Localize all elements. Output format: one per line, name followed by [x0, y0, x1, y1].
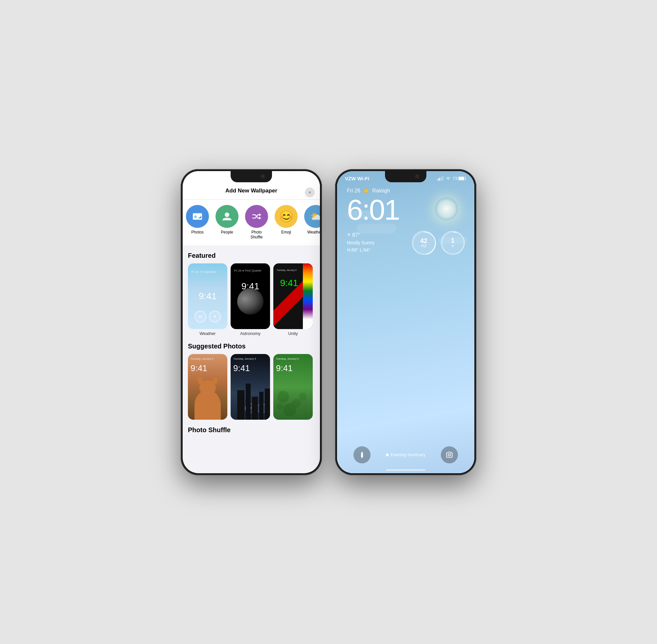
notification-dot	[386, 454, 389, 456]
city-buildings	[231, 384, 270, 420]
cloud-1	[347, 210, 373, 219]
lockscreen-date-weather: Fri 26 ☀️ Raleigh	[347, 188, 465, 194]
weather-widget: ☀ 87° Mostly Sunny H:89° L:64°	[347, 231, 375, 254]
nature-thumbnail: Tuesday, January 9 9:41	[273, 354, 313, 420]
home-indicator	[386, 469, 425, 470]
emoji-type-label: Emoji	[281, 230, 291, 235]
photos-icon-circle	[186, 205, 209, 228]
status-icons: 73	[437, 176, 467, 181]
uv-sun-icon: ☀	[451, 244, 455, 248]
close-button[interactable]: ×	[305, 187, 315, 198]
people-icon-circle	[216, 205, 239, 228]
sun-decoration	[435, 198, 458, 220]
astronomy-thumb-label: Astronomy	[240, 331, 260, 336]
right-phone-screen: VZW Wi-Fi	[337, 171, 474, 473]
city-thumb-time: 9:41	[233, 363, 250, 373]
circle-widgets: 42 AQI 1 ☀	[412, 231, 465, 254]
svg-point-9	[277, 403, 283, 410]
front-camera	[261, 175, 265, 178]
wallpaper-picker-screen: Add New Wallpaper ×	[183, 171, 320, 473]
featured-section-header: Featured	[183, 245, 320, 263]
people-icon	[221, 210, 233, 222]
lockscreen: VZW Wi-Fi	[337, 171, 474, 473]
aqi-circle-border	[412, 231, 437, 256]
uv-widget: 1 ☀	[441, 231, 465, 254]
featured-weather-item[interactable]: Fri 26 ☀ Cupertino 9:41 42 ☀ Weather	[188, 263, 227, 336]
suggested-nature-item[interactable]: Tuesday, January 9 9:41	[273, 354, 313, 420]
suggested-city-item[interactable]: Tuesday, January 9 9:41 72 ⊙	[231, 354, 270, 420]
notification-text: Evening Summary	[391, 452, 425, 457]
weather-thumbnail: Fri 26 ☀ Cupertino 9:41 42 ☀	[188, 263, 227, 329]
people-type-label: People	[221, 230, 233, 235]
shuffle-type-label: PhotoShuffle	[250, 230, 263, 240]
uv-circle-border	[441, 231, 466, 256]
lockscreen-city: Raleigh	[372, 188, 390, 194]
lockscreen-date: Fri 26	[347, 188, 360, 194]
svg-rect-10	[437, 179, 438, 181]
astronomy-moon	[237, 288, 264, 315]
right-phone: VZW Wi-Fi	[335, 169, 476, 475]
svg-rect-15	[459, 177, 464, 180]
weather-thumb-time: 9:41	[199, 291, 217, 301]
close-icon: ×	[309, 190, 311, 195]
camera-button[interactable]	[441, 446, 458, 463]
shuffle-icon	[251, 210, 263, 222]
weather-thumb-widgets: 42 ☀	[195, 311, 221, 322]
svg-rect-11	[439, 178, 440, 181]
photo-shuffle-section-header: Photo Shuffle	[183, 420, 320, 438]
wallpaper-type-emoji[interactable]: 😊 Emoji	[271, 205, 301, 240]
astronomy-thumbnail: Fri 26 ● First Quarter 9:41	[231, 263, 270, 329]
torch-icon	[358, 451, 366, 458]
featured-unity-item[interactable]: Tuesday, January 9 9:41 Unity	[273, 263, 313, 336]
cloud-2	[357, 224, 396, 233]
cat-thumb-date: Tuesday, January 9	[190, 357, 213, 360]
aqi-mini-widget: 42	[195, 311, 206, 322]
aqi-label: AQI	[421, 244, 426, 248]
cat-thumb-time: 9:41	[190, 363, 207, 373]
aqi-widget: 42 AQI	[412, 231, 436, 254]
uv-mini-widget: ☀	[209, 311, 221, 322]
wallpaper-header-title: Add New Wallpaper	[225, 187, 277, 194]
wallpaper-content[interactable]: Photos People	[183, 200, 320, 473]
featured-astronomy-item[interactable]: Fri 26 ● First Quarter 9:41 Astronomy	[231, 263, 270, 336]
unity-rainbow	[303, 263, 313, 329]
right-front-camera	[415, 175, 419, 178]
wallpaper-types-row: Photos People	[183, 200, 320, 245]
cat-figure	[193, 384, 222, 420]
left-phone: Add New Wallpaper ×	[181, 169, 322, 475]
weather-sun-icon: ☀	[347, 232, 351, 238]
wallpaper-type-shuffle[interactable]: PhotoShuffle	[242, 205, 271, 240]
lockscreen-widgets: ☀ 87° Mostly Sunny H:89° L:64° 42 AQ	[337, 231, 474, 254]
signal-icon	[437, 176, 444, 181]
weather-thumb-location: Fri 26 ☀ Cupertino	[191, 270, 216, 274]
battery-indicator: 73	[453, 176, 467, 181]
suggested-section-header: Suggested Photos	[183, 336, 320, 354]
cat-thumbnail: Tuesday, January 9 9:41	[188, 354, 227, 420]
city-thumbnail: Tuesday, January 9 9:41 72 ⊙	[231, 354, 270, 420]
weather-desc-display: Mostly Sunny	[347, 239, 375, 246]
left-phone-screen: Add New Wallpaper ×	[183, 171, 320, 473]
carrier-label: VZW Wi-Fi	[345, 176, 369, 181]
wallpaper-type-people[interactable]: People	[212, 205, 242, 240]
wallpaper-type-photos[interactable]: Photos	[183, 205, 212, 240]
suggested-cat-item[interactable]: Tuesday, January 9 9:41	[188, 354, 227, 420]
torch-button[interactable]	[354, 446, 370, 463]
shuffle-icon-circle	[245, 205, 268, 228]
unity-thumb-info: Tuesday, January 9	[277, 269, 297, 272]
emoji-icon-circle: 😊	[275, 205, 298, 228]
wallpaper-type-weather[interactable]: ⛅ Weathe...	[301, 205, 320, 240]
notch	[231, 171, 272, 182]
svg-point-5	[277, 391, 289, 402]
city-thumb-date: Tuesday, January 9	[233, 357, 256, 360]
battery-icon	[458, 176, 467, 181]
lockscreen-bottom-bar: Evening Summary	[337, 446, 474, 463]
wifi-icon	[446, 176, 451, 180]
lockscreen-notification: Evening Summary	[386, 452, 425, 457]
featured-thumbnails: Fri 26 ☀ Cupertino 9:41 42 ☀ Weather	[183, 263, 320, 336]
lily-pad-texture	[273, 354, 313, 420]
astronomy-thumb-info: Fri 26 ● First Quarter	[234, 269, 262, 273]
battery-label: 73	[453, 176, 457, 181]
svg-point-4	[225, 212, 229, 217]
weather-range-display: H:89° L:64°	[347, 246, 375, 254]
unity-thumb-time: 9:41	[280, 278, 298, 288]
